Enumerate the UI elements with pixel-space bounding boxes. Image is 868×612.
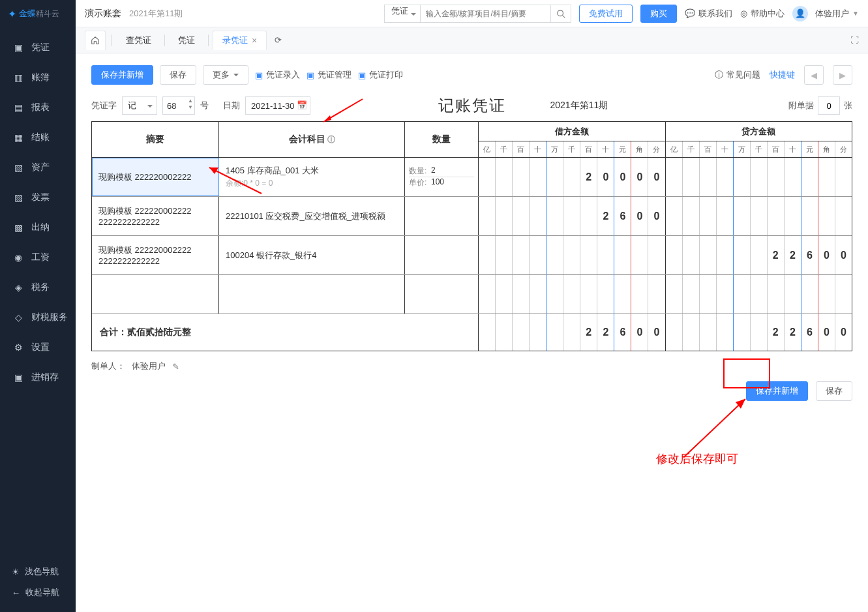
save-button[interactable]: 保存 [160,65,196,85]
tab-2[interactable]: 录凭证× [213,31,267,50]
number-stepper[interactable]: ▲▼ [188,98,193,110]
amt-cell [700,314,717,351]
cell-quantity[interactable] [405,275,478,313]
sidebar-item-6[interactable]: ▩出纳 [0,212,76,242]
cell-account[interactable] [219,275,404,313]
voucher-number-input[interactable]: 68 ▲▼ [162,96,195,115]
cell-abstract[interactable]: 现购模板 222220002222 [92,158,218,196]
user-menu[interactable]: 👤 体验用户 ▼ [792,6,859,22]
amt-cell [751,197,768,235]
cell-account[interactable]: 22210101 应交税费_应交增值税_进项税额 [219,197,404,235]
help-icon[interactable]: ⓘ [327,134,335,145]
cell-account[interactable]: 1405 库存商品_001 大米余额:0 * 0 = 0 [219,158,404,196]
sidebar-item-11[interactable]: ▣进销存 [0,362,76,392]
amt-cell [666,275,683,313]
edit-maker-icon[interactable]: ✎ [172,362,179,372]
amt-cell: 0 [631,314,648,351]
nav-label: 出纳 [31,222,50,233]
cell-quantity[interactable] [405,236,478,274]
amt-cell [768,197,785,235]
prev-voucher-button[interactable]: ◀ [804,65,824,85]
table-row[interactable]: 现购模板 222220002222 222222222222222210101 … [92,197,852,236]
sidebar-item-8[interactable]: ◈税务 [0,272,76,302]
tab-home[interactable] [85,31,106,50]
voucher-entry-link[interactable]: ▣凭证录入 [255,69,300,81]
more-button[interactable]: 更多 [203,65,248,85]
cell-quantity[interactable]: 数量:2单价:100 [405,158,478,196]
help-link[interactable]: ◎ 帮助中心 [740,8,785,20]
cell-debit[interactable]: 20000 [479,158,666,196]
svg-line-1 [563,15,565,18]
amt-cell [580,236,597,274]
amt-cell [614,275,631,313]
cell-debit[interactable]: 2600 [479,197,666,235]
free-trial-button[interactable]: 免费试用 [579,5,633,23]
tabs-bar: 查凭证凭证录凭证× ⟳ ⛶ [76,27,868,53]
sidebar-footer-item-0[interactable]: ☀浅色导航 [0,561,76,582]
search-input[interactable] [420,5,550,23]
account-name: 演示账套 [85,8,121,20]
shortcut-link[interactable]: 快捷键 [770,69,795,81]
amt-cell [700,158,717,196]
tab-refresh[interactable]: ⟳ [268,31,288,50]
voucher-manage-link[interactable]: ▣凭证管理 [307,69,352,81]
amt-cell [700,236,717,274]
amt-cell [717,236,734,274]
search-button[interactable] [550,5,571,23]
search-type-select[interactable]: 凭证 [384,5,420,23]
tab-1[interactable]: 凭证 [169,31,204,50]
cell-account[interactable]: 100204 银行存款_银行4 [219,236,404,274]
sf-icon: ☀ [12,567,20,577]
voucher-print-link[interactable]: ▣凭证打印 [358,69,403,81]
cell-credit[interactable]: 22600 [666,236,852,274]
sidebar-item-10[interactable]: ⚙设置 [0,332,76,362]
tab-0[interactable]: 查凭证 [117,31,160,50]
date-input[interactable]: 2021-11-30 📅 [245,96,310,115]
unit-cell: 亿 [479,141,496,157]
nav-label: 凭证 [31,42,50,53]
cell-credit[interactable] [666,158,852,196]
next-voucher-button[interactable]: ▶ [833,65,852,85]
sidebar-item-3[interactable]: ▦结账 [0,123,76,153]
attach-count-input[interactable] [818,96,840,115]
faq-link[interactable]: ⓘ常见问题 [715,69,760,81]
unit-cell: 千 [751,141,768,157]
amt-cell [751,314,768,351]
sidebar-item-9[interactable]: ◇财税服务 [0,302,76,332]
footer-save-new-button[interactable]: 保存并新增 [746,381,808,401]
amt-cell [648,275,665,313]
tab-close-icon[interactable]: × [252,35,257,46]
cell-quantity[interactable] [405,197,478,235]
table-row[interactable]: 现购模板 2222200022221405 库存商品_001 大米余额:0 * … [92,158,852,197]
cell-debit[interactable] [479,236,666,274]
footer-save-button[interactable]: 保存 [816,381,852,401]
cell-credit[interactable] [666,197,852,235]
question-icon: ⓘ [715,69,723,81]
sidebar-item-1[interactable]: ▥账簿 [0,63,76,93]
unit-cell: 角 [818,141,835,157]
amt-cell: 0 [835,236,852,274]
sidebar-item-0[interactable]: ▣凭证 [0,33,76,63]
table-row[interactable] [92,275,852,314]
buy-button[interactable]: 购买 [640,5,677,23]
amt-cell [530,236,546,274]
cell-abstract[interactable] [92,275,218,313]
amt-cell [734,236,751,274]
cell-credit[interactable] [666,275,852,313]
cell-debit[interactable] [479,275,666,313]
amt-cell [563,314,580,351]
voucher-word-select[interactable]: 记 [122,96,157,115]
save-and-new-button[interactable]: 保存并新增 [91,65,153,85]
cell-abstract[interactable]: 现购模板 222220002222 2222222222222 [92,236,218,274]
fullscreen-button[interactable]: ⛶ [850,35,859,45]
sidebar-item-2[interactable]: ▤报表 [0,93,76,123]
sidebar-item-5[interactable]: ▨发票 [0,182,76,212]
sidebar-item-7[interactable]: ◉工资 [0,242,76,272]
sidebar-footer-item-1[interactable]: ←收起导航 [0,582,76,603]
table-sum-row: 合计：贰佰贰拾陆元整 22600 22600 [92,314,852,351]
table-header-row: 摘要 会计科目ⓘ 数量 借方金额 亿千百十万千百十元角分 贷方金额 亿千百十万千… [92,122,852,158]
sidebar-item-4[interactable]: ▧资产 [0,153,76,182]
cell-abstract[interactable]: 现购模板 222220002222 2222222222222 [92,197,218,235]
contact-link[interactable]: 💬 联系我们 [685,8,732,20]
table-row[interactable]: 现购模板 222220002222 2222222222222100204 银行… [92,236,852,275]
